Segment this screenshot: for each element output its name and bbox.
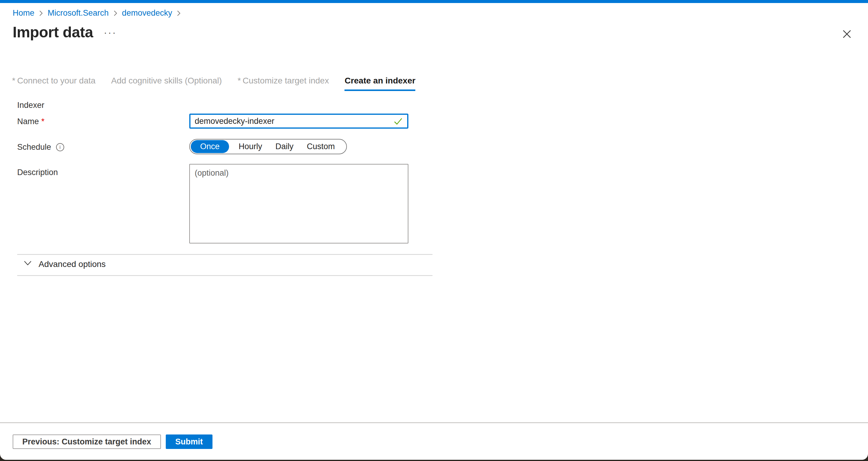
required-asterisk: * <box>41 117 44 126</box>
chevron-right-icon <box>113 10 118 17</box>
description-label-text: Description <box>17 168 58 177</box>
advanced-options-label: Advanced options <box>38 259 106 269</box>
name-label-text: Name <box>17 117 39 126</box>
chevron-right-icon <box>38 10 43 17</box>
indexer-name-input[interactable] <box>189 114 408 129</box>
more-options-button[interactable]: ··· <box>104 27 117 38</box>
schedule-option-once[interactable]: Once <box>191 140 229 153</box>
wizard-tabs: *Connect to your data Add cognitive skil… <box>12 76 415 91</box>
footer-divider <box>0 423 868 423</box>
schedule-label-text: Schedule <box>17 143 51 152</box>
schedule-toggle-group: Once Hourly Daily Custom <box>189 139 347 154</box>
advanced-options-toggle[interactable]: Advanced options <box>24 259 106 269</box>
tab-required-mark: * <box>238 76 241 85</box>
tab-label: Connect to your data <box>17 76 96 85</box>
tab-label: Customize target index <box>243 76 329 85</box>
name-label: Name * <box>17 117 44 126</box>
breadcrumb-link-demovedecky[interactable]: demovedecky <box>122 8 173 18</box>
footer-buttons: Previous: Customize target index Submit <box>13 434 213 449</box>
breadcrumb-link-home[interactable]: Home <box>13 8 34 18</box>
tab-label: Create an indexer <box>344 76 415 85</box>
top-accent-bar <box>0 0 868 3</box>
section-title-indexer: Indexer <box>17 101 44 110</box>
breadcrumb-link-microsoft-search[interactable]: Microsoft.Search <box>48 8 109 18</box>
description-textarea[interactable] <box>189 164 408 243</box>
schedule-option-custom[interactable]: Custom <box>303 140 338 153</box>
info-icon[interactable]: i <box>56 143 64 151</box>
tab-create-an-indexer[interactable]: Create an indexer <box>344 76 415 91</box>
tab-add-cognitive-skills[interactable]: Add cognitive skills (Optional) <box>111 76 222 91</box>
schedule-option-hourly[interactable]: Hourly <box>235 140 266 153</box>
chevron-down-icon <box>24 259 32 269</box>
divider <box>17 275 433 276</box>
close-icon <box>842 35 852 40</box>
import-data-panel: Home Microsoft.Search demovedecky Import… <box>0 0 868 460</box>
divider <box>17 254 433 255</box>
schedule-label: Schedule i <box>17 143 64 152</box>
submit-button[interactable]: Submit <box>166 434 213 449</box>
tab-required-mark: * <box>12 76 16 85</box>
chevron-right-icon <box>176 10 181 17</box>
tab-label: Add cognitive skills (Optional) <box>111 76 222 85</box>
schedule-option-daily[interactable]: Daily <box>272 140 297 153</box>
previous-button[interactable]: Previous: Customize target index <box>13 434 161 449</box>
valid-checkmark-icon <box>394 117 403 127</box>
tab-customize-target-index[interactable]: *Customize target index <box>238 76 329 91</box>
breadcrumb: Home Microsoft.Search demovedecky <box>13 8 185 18</box>
description-label: Description <box>17 168 58 177</box>
tab-connect-to-your-data[interactable]: *Connect to your data <box>12 76 96 91</box>
page-title: Import data <box>13 24 93 41</box>
close-button[interactable] <box>841 28 853 40</box>
